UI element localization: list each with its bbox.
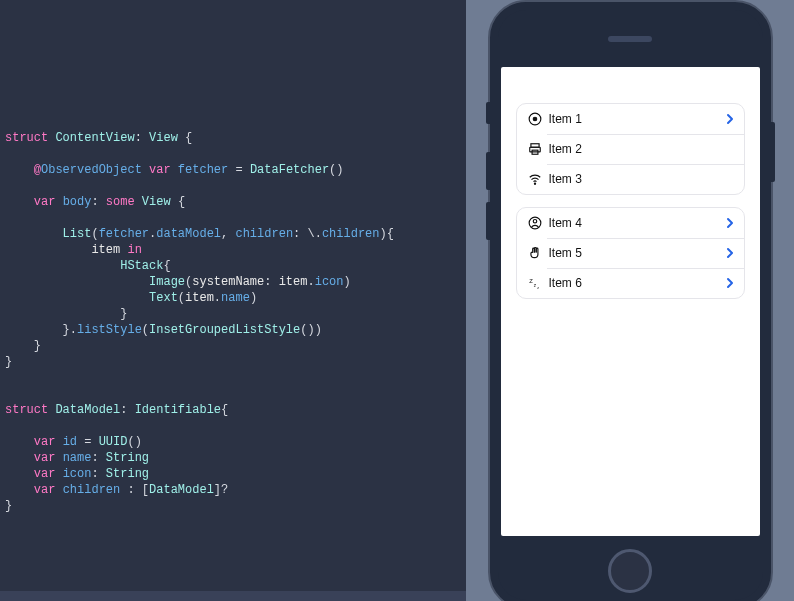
list-row-label: Item 1 <box>545 112 726 126</box>
printer-icon <box>525 142 545 156</box>
list-row-label: Item 5 <box>545 246 726 260</box>
list-row[interactable]: Item 1 <box>517 104 744 134</box>
code-line: var icon: String <box>5 466 466 482</box>
chevron-right-icon <box>726 113 734 125</box>
hand-raised-icon <box>525 246 545 260</box>
list-row-label: Item 3 <box>545 172 734 186</box>
code-line <box>5 114 466 130</box>
code-line <box>5 178 466 194</box>
chevron-right-icon <box>726 277 734 289</box>
code-line: var id = UUID() <box>5 434 466 450</box>
code-line: List(fetcher.dataModel, children: \.chil… <box>5 226 466 242</box>
phone-frame: Item 1Item 2Item 3Item 4Item 5ZzzItem 6 <box>488 0 773 601</box>
preview-pane: Item 1Item 2Item 3Item 4Item 5ZzzItem 6 <box>466 0 794 601</box>
recordingtape-icon <box>525 112 545 126</box>
code-line <box>5 418 466 434</box>
list-row[interactable]: Item 5 <box>517 238 744 268</box>
code-line <box>5 146 466 162</box>
phone-screen: Item 1Item 2Item 3Item 4Item 5ZzzItem 6 <box>501 67 760 536</box>
code-line: struct ContentView: View { <box>5 130 466 146</box>
list-group: Item 4Item 5ZzzItem 6 <box>516 207 745 299</box>
code-line: }.listStyle(InsetGroupedListStyle()) <box>5 322 466 338</box>
code-content: struct ContentView: View { @ObservedObje… <box>5 98 466 514</box>
phone-speaker <box>608 36 652 42</box>
code-line: HStack{ <box>5 258 466 274</box>
list-row[interactable]: Item 2 <box>517 134 744 164</box>
svg-text:Z: Z <box>529 278 533 284</box>
list-row-label: Item 2 <box>545 142 734 156</box>
zzz-icon: Zzz <box>525 276 545 290</box>
code-line: Text(item.name) <box>5 290 466 306</box>
code-line: @ObservedObject var fetcher = DataFetche… <box>5 162 466 178</box>
home-button[interactable] <box>608 549 652 593</box>
code-line <box>5 98 466 114</box>
code-line: } <box>5 498 466 514</box>
code-line: var body: some View { <box>5 194 466 210</box>
svg-text:z: z <box>537 286 539 290</box>
code-line <box>5 210 466 226</box>
code-line: } <box>5 354 466 370</box>
person-circle-icon <box>525 216 545 230</box>
code-line: var name: String <box>5 450 466 466</box>
list-row[interactable]: Item 4 <box>517 208 744 238</box>
list-group: Item 1Item 2Item 3 <box>516 103 745 195</box>
code-line: item in <box>5 242 466 258</box>
list-row-label: Item 6 <box>545 276 726 290</box>
svg-point-5 <box>534 183 535 184</box>
code-line <box>5 386 466 402</box>
code-line: Image(systemName: item.icon) <box>5 274 466 290</box>
chevron-right-icon <box>726 217 734 229</box>
chevron-right-icon <box>726 247 734 259</box>
wifi-icon <box>525 172 545 186</box>
svg-point-1 <box>533 117 537 121</box>
list-row[interactable]: Item 3 <box>517 164 744 194</box>
svg-point-7 <box>533 220 537 224</box>
code-line: } <box>5 306 466 322</box>
code-editor[interactable]: struct ContentView: View { @ObservedObje… <box>0 0 466 601</box>
list-row-label: Item 4 <box>545 216 726 230</box>
code-line: } <box>5 338 466 354</box>
code-line: struct DataModel: Identifiable{ <box>5 402 466 418</box>
list-row[interactable]: ZzzItem 6 <box>517 268 744 298</box>
svg-text:z: z <box>533 283 536 288</box>
code-line: var children : [DataModel]? <box>5 482 466 498</box>
code-line <box>5 370 466 386</box>
